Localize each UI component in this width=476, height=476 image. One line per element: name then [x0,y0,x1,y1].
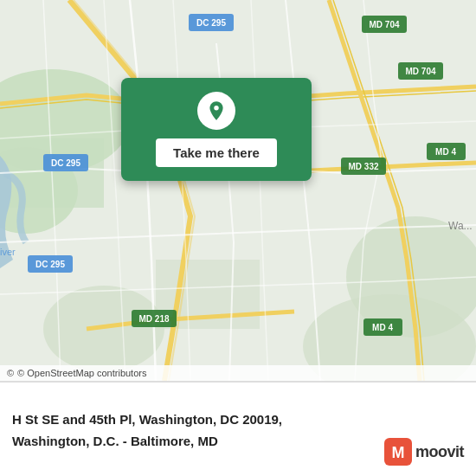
info-section-wrapper: H St SE and 45th Pl, Washington, DC 2001… [0,381,476,476]
svg-text:MD 4: MD 4 [435,147,456,157]
svg-text:MD 218: MD 218 [138,314,169,324]
svg-text:MD 332: MD 332 [348,162,378,171]
moovit-logo: M moovit [384,438,464,466]
svg-text:DC 295: DC 295 [196,18,226,28]
svg-text:MD 704: MD 704 [369,20,399,29]
moovit-logo-icon: M [384,438,412,466]
pin-icon [197,92,235,130]
attribution-bar: © © OpenStreetMap contributors [0,365,476,381]
svg-text:DC 295: DC 295 [35,260,65,269]
map-pin-svg [205,100,228,122]
address-line1: H St SE and 45th Pl, Washington, DC 2001… [12,410,464,428]
svg-text:M: M [391,444,404,461]
svg-point-30 [214,106,218,110]
copyright-symbol: © [7,368,14,378]
take-me-there-button[interactable]: Take me there [156,138,277,167]
location-card: Take me there [121,78,312,181]
svg-text:MD 704: MD 704 [405,67,435,76]
svg-text:MD 4: MD 4 [372,323,393,332]
moovit-text: moovit [415,443,464,461]
attribution-text: © OpenStreetMap contributors [17,368,146,378]
map-container: DC 295 DC 295 DC MD 704 MD 704 MD 332 MD… [0,0,476,381]
svg-text:DC 295: DC 295 [51,158,80,168]
map-background: DC 295 DC 295 DC MD 704 MD 704 MD 332 MD… [0,0,476,381]
svg-text:Wa...: Wa... [448,220,473,232]
svg-text:iver: iver [0,247,16,257]
